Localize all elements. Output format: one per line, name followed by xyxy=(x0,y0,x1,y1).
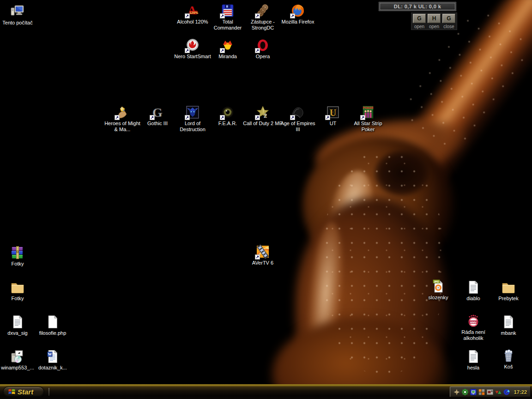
shortcut-arrow-icon xyxy=(325,115,330,120)
desktop-icon-label: diablo xyxy=(453,296,493,302)
svg-text:U: U xyxy=(330,108,336,118)
desktop-icon-diablo[interactable]: diablo xyxy=(453,279,493,302)
desktop-icons-layer: Tento počítačA120%Alcohol 120%Total Comm… xyxy=(0,0,532,399)
shortcut-arrow-icon xyxy=(290,13,295,18)
shortcut-arrow-icon xyxy=(360,115,365,120)
desktop-icon-rada-neni-alkoholik[interactable]: WMVRáďa není alkoholik xyxy=(453,313,493,341)
tray-icq-icon[interactable] xyxy=(462,389,468,395)
my-computer-icon xyxy=(10,4,25,19)
widget-button-g-open[interactable]: G xyxy=(413,14,426,23)
nero-icon xyxy=(185,37,200,53)
tray-card-icon[interactable] xyxy=(487,389,493,395)
desktop-icon-label: Miranda xyxy=(208,54,248,60)
folder-icon xyxy=(501,279,516,295)
desktop-icon-hesla[interactable]: hesla xyxy=(453,349,493,371)
desktop-icon-age-of-empires-iii[interactable]: Age of Empires III xyxy=(278,104,318,133)
desktop-icon-opera[interactable]: Opera xyxy=(243,37,283,60)
jpg-image-icon: JPG xyxy=(430,278,446,294)
bandwidth-widget: DL: 0,7 k UL: 0,0 k G open H open G clos… xyxy=(379,2,457,30)
desktop-icon-gothic-iii[interactable]: GGothic III xyxy=(138,104,177,127)
text-doc-icon xyxy=(501,314,516,330)
installer-icon xyxy=(10,349,25,364)
taskbar-clock[interactable]: 17:22 xyxy=(514,389,527,395)
desktop-icon-ut[interactable]: UUT xyxy=(313,104,353,127)
opera-icon xyxy=(255,37,271,53)
desktop-icon-f-e-a-r[interactable]: F.E.A.R. xyxy=(208,104,248,127)
desktop-icon-avertv-6[interactable]: AVerTV 6 xyxy=(243,244,283,266)
desktop-icon-zastupce-strongdc[interactable]: Zástupce - StrongDC xyxy=(243,3,283,31)
rar-archive-icon xyxy=(10,245,25,260)
aoe3-icon xyxy=(290,104,306,120)
shortcut-arrow-icon xyxy=(290,115,295,120)
tray-tv-icon[interactable] xyxy=(495,389,502,395)
desktop-icon-nero-startsmart[interactable]: Nero StartSmart xyxy=(173,37,212,60)
desktop-icon-slozenky[interactable]: JPGslozenky xyxy=(418,278,458,301)
desktop-icon-call-of-duty-2-mp[interactable]: 2Call of Duty 2 MP xyxy=(243,104,283,127)
desktop-icon-label: filosofie.php xyxy=(33,330,73,336)
widget-button-label: close xyxy=(442,24,456,29)
shortcut-arrow-icon xyxy=(255,254,260,260)
taskbar: Start 17:22 xyxy=(0,384,532,399)
desktop-icon-label: Lord of Destruction xyxy=(173,121,212,133)
start-label: Start xyxy=(18,388,33,395)
desktop-icon-label: Alcohol 120% xyxy=(173,19,212,25)
desktop-icon-label: Ráďa není alkoholik xyxy=(453,329,493,341)
desktop-icon-lord-of-destruction[interactable]: Lord of Destruction xyxy=(173,104,212,133)
desktop-icon-label: AVerTV 6 xyxy=(243,260,283,266)
desktop-icon-alcohol-120[interactable]: A120%Alcohol 120% xyxy=(173,3,212,25)
desktop-icon-kos[interactable]: Koš xyxy=(489,348,528,370)
desktop-icon-heroes-of-might-ma[interactable]: Heroes of Might & Ma... xyxy=(103,104,142,133)
desktop-icon-label: Age of Empires III xyxy=(278,121,318,133)
start-button[interactable]: Start xyxy=(3,387,44,397)
desktop-icon-prebytek[interactable]: Prebytek xyxy=(489,279,528,302)
desktop-icon-label: Koš xyxy=(489,364,528,370)
desktop-icon-label: Fotky xyxy=(0,261,37,267)
bandwidth-stats-bar: DL: 0,7 k UL: 0,0 k xyxy=(379,2,456,11)
desktop-icon-miranda[interactable]: Miranda xyxy=(208,37,248,60)
desktop-icon-label: winamp553_... xyxy=(0,365,37,371)
desktop-icon-tento-pocitac[interactable]: Tento počítač xyxy=(0,4,37,26)
svg-text:120%: 120% xyxy=(189,11,199,15)
desktop-icon-fotky[interactable]: Fotky xyxy=(0,279,37,302)
firefox-icon xyxy=(290,3,306,18)
widget-button-h-open[interactable]: H xyxy=(428,14,441,23)
text-doc-icon xyxy=(466,279,481,295)
windows-logo-icon xyxy=(8,387,16,396)
lord-destruction-icon xyxy=(185,104,200,120)
desktop-icon-label: Gothic III xyxy=(138,121,177,127)
shortcut-arrow-icon xyxy=(220,13,225,18)
desktop-icon-filosofie-php[interactable]: filosofie.php xyxy=(33,314,73,336)
svg-text:W: W xyxy=(48,352,52,357)
svg-text:2: 2 xyxy=(264,112,267,119)
shortcut-arrow-icon xyxy=(185,48,190,53)
tray-network-icon[interactable] xyxy=(470,389,477,395)
shortcut-arrow-icon xyxy=(255,48,260,53)
shortcut-arrow-icon xyxy=(185,13,190,18)
desktop-icon-dxva-sig[interactable]: dxva_sig xyxy=(0,314,37,336)
desktop-icon-label: Tento počítač xyxy=(0,20,37,26)
desktop-icon-mbank[interactable]: mbank xyxy=(489,314,528,336)
fear-icon xyxy=(220,104,236,120)
desktop-icon-label: Heroes of Might & Ma... xyxy=(103,121,142,133)
text-doc-icon xyxy=(10,314,25,330)
system-tray: 17:22 xyxy=(450,387,531,397)
desktop-icon-fotky[interactable]: Fotky xyxy=(0,245,37,267)
desktop-icon-label: hesla xyxy=(453,365,493,371)
desktop-icon-label: Total Commander xyxy=(208,19,248,31)
desktop-icon-label: F.E.A.R. xyxy=(208,121,248,127)
desktop-icon-label: Opera xyxy=(243,54,283,60)
word-doc-icon: W xyxy=(45,349,60,364)
bandwidth-stats-text: DL: 0,7 k UL: 0,0 k xyxy=(380,3,455,10)
widget-button-g-close[interactable]: G xyxy=(442,14,455,23)
desktop-icon-mozilla-firefox[interactable]: Mozilla Firefox xyxy=(278,3,318,25)
tray-squares-icon[interactable] xyxy=(478,389,485,395)
svg-text:WMV: WMV xyxy=(470,321,477,324)
desktop-icon-total-commander[interactable]: Total Commander xyxy=(208,3,248,31)
desktop-icon-winamp553[interactable]: winamp553_... xyxy=(0,349,37,371)
tray-star-icon[interactable] xyxy=(453,389,460,395)
desktop-icon-all-star-strip-poker[interactable]: POKERAll Star Strip Poker xyxy=(348,104,388,133)
tray-disc-icon[interactable] xyxy=(503,389,510,395)
desktop-icon-dotaznik-k[interactable]: Wdotaznik_k... xyxy=(33,349,73,371)
blank-page-icon xyxy=(45,314,60,330)
widget-button-panel: G open H open G close xyxy=(411,12,457,30)
